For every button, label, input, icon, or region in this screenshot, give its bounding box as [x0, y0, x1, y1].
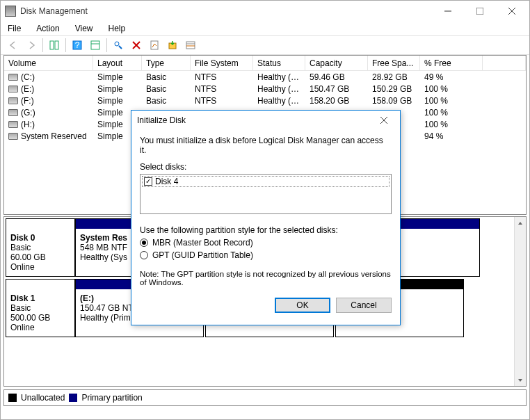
refresh-button[interactable] [110, 37, 127, 54]
legend-primary: Primary partition [81, 393, 142, 403]
svg-rect-1 [476, 8, 483, 15]
menu-help[interactable]: Help [106, 22, 129, 35]
svg-line-11 [119, 46, 122, 49]
column-header-free[interactable]: Free Spa... [368, 56, 420, 70]
dialog-note: Note: The GPT partition style is not rec… [140, 270, 392, 286]
volume-cell-pfree: 49 % [420, 72, 483, 83]
volume-cell-name: (C:) [4, 72, 93, 83]
drive-icon [8, 109, 18, 116]
separator [65, 38, 66, 52]
properties-button[interactable] [146, 37, 163, 54]
delete-button[interactable] [128, 37, 145, 54]
volume-cell-name: (H:) [4, 119, 93, 130]
svg-rect-4 [50, 41, 54, 49]
radio-gpt[interactable] [140, 251, 148, 259]
mbr-option[interactable]: MBR (Master Boot Record) [140, 238, 392, 248]
svg-rect-5 [55, 41, 58, 49]
svg-text:?: ? [75, 40, 80, 50]
volume-cell-fs: NTFS [191, 72, 253, 83]
disk-info[interactable]: Disk 1Basic500.00 GBOnline [6, 279, 75, 337]
disk-list-item[interactable]: ✓ Disk 4 [142, 176, 390, 187]
column-header-status[interactable]: Status [253, 56, 305, 70]
volume-cell-type: Basic [142, 83, 191, 95]
initialize-disk-dialog: Initialize Disk You must initialize a di… [131, 110, 401, 325]
forward-button[interactable] [23, 37, 40, 54]
volume-cell-layout: Simple [93, 83, 142, 95]
volume-cell-free: 150.29 GB [368, 83, 420, 95]
volume-cell-status: Healthy (B... [253, 72, 305, 83]
volume-cell-free: 158.09 GB [368, 95, 420, 106]
back-button[interactable] [5, 37, 22, 54]
legend-unallocated: Unallocated [21, 393, 65, 403]
column-header-type[interactable]: Type [142, 56, 191, 70]
volume-row[interactable]: (E:)SimpleBasicNTFSHealthy (P...150.47 G… [4, 83, 526, 95]
menubar: File Action View Help [1, 22, 529, 35]
volume-cell-pfree: 94 % [420, 131, 483, 142]
volume-cell-fs: NTFS [191, 95, 253, 106]
disk-info[interactable]: Disk 0Basic60.00 GBOnline [6, 218, 75, 277]
drive-icon [8, 133, 18, 140]
scroll-up-icon[interactable] [515, 217, 527, 229]
column-header-volume[interactable]: Volume [4, 56, 93, 70]
show-hide-button[interactable] [46, 37, 63, 54]
drive-icon [8, 86, 18, 92]
gpt-label: GPT (GUID Partition Table) [152, 250, 253, 260]
disk-checkbox[interactable]: ✓ [144, 177, 152, 186]
titlebar: Disk Management [1, 1, 529, 22]
gpt-option[interactable]: GPT (GUID Partition Table) [140, 250, 392, 260]
close-button[interactable] [496, 1, 528, 21]
action-button[interactable] [164, 37, 181, 54]
column-header-pfree[interactable]: % Free [420, 56, 483, 70]
ok-button[interactable]: OK [275, 298, 330, 313]
volume-cell-type: Basic [142, 72, 191, 83]
maximize-button[interactable] [464, 1, 496, 21]
volume-cell-layout: Simple [93, 72, 142, 83]
volume-cell-fs: NTFS [191, 83, 253, 95]
legend: Unallocated Primary partition [3, 389, 527, 406]
scroll-down-icon[interactable] [515, 374, 527, 386]
separator [106, 38, 107, 52]
settings-button[interactable] [87, 37, 104, 54]
volume-cell-name: (F:) [4, 95, 93, 106]
menu-action[interactable]: Action [33, 22, 62, 35]
minimize-button[interactable] [432, 1, 464, 21]
volume-row[interactable]: (C:)SimpleBasicNTFSHealthy (B...59.46 GB… [4, 71, 526, 83]
legend-swatch-primary [69, 394, 77, 402]
drive-icon [8, 74, 18, 81]
volume-cell-pfree: 100 % [420, 119, 483, 130]
volume-cell-type: Basic [142, 95, 191, 106]
svg-rect-16 [186, 42, 195, 49]
toolbar: ? [1, 35, 529, 55]
menu-view[interactable]: View [72, 22, 96, 35]
volume-cell-status: Healthy (P... [253, 95, 305, 106]
column-header-fs[interactable]: File System [191, 56, 253, 70]
menu-file[interactable]: File [5, 22, 24, 35]
legend-swatch-unallocated [8, 394, 17, 402]
volume-cell-cap: 59.46 GB [305, 72, 368, 83]
scrollbar[interactable] [514, 217, 526, 386]
drive-icon [8, 121, 18, 128]
disk-listbox[interactable]: ✓ Disk 4 [140, 174, 392, 214]
dialog-title: Initialize Disk [137, 115, 374, 125]
list-button[interactable] [182, 37, 199, 54]
volume-cell-pfree: 100 % [420, 95, 483, 106]
column-header-capacity[interactable]: Capacity [305, 56, 368, 70]
cancel-button[interactable]: Cancel [336, 298, 392, 313]
window-title: Disk Management [20, 6, 432, 16]
column-header-layout[interactable]: Layout [93, 56, 142, 70]
separator [42, 38, 43, 52]
volume-cell-free: 28.92 GB [368, 72, 420, 83]
dialog-message: You must initialize a disk before Logica… [140, 136, 392, 155]
volume-cell-cap: 158.20 GB [305, 95, 368, 106]
volume-cell-pfree: 100 % [420, 83, 483, 95]
app-icon [5, 6, 16, 17]
volume-cell-pfree: 100 % [420, 107, 483, 118]
select-disks-label: Select disks: [140, 162, 392, 172]
volume-cell-status: Healthy (P... [253, 83, 305, 95]
dialog-close-button[interactable] [374, 115, 394, 126]
disk-item-label: Disk 4 [155, 177, 178, 186]
radio-mbr[interactable] [140, 239, 148, 247]
help-button[interactable]: ? [69, 37, 86, 54]
volume-cell-name: (G:) [4, 107, 93, 118]
volume-row[interactable]: (F:)SimpleBasicNTFSHealthy (P...158.20 G… [4, 95, 526, 106]
